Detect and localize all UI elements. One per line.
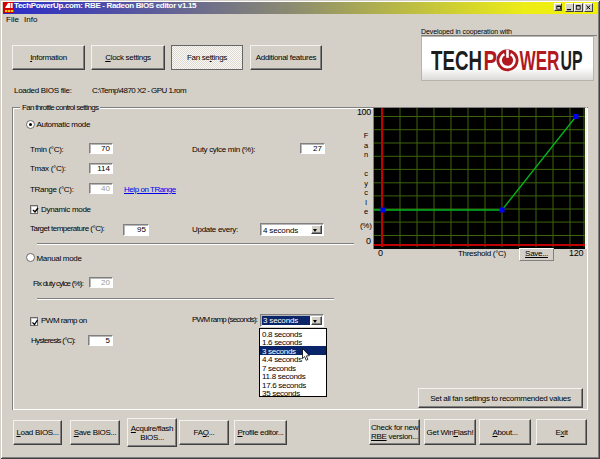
svg-text:WER: WER	[520, 48, 560, 74]
svg-text:UP: UP	[561, 48, 583, 74]
svg-text:TECH: TECH	[431, 48, 482, 74]
svg-text:P: P	[484, 48, 498, 74]
